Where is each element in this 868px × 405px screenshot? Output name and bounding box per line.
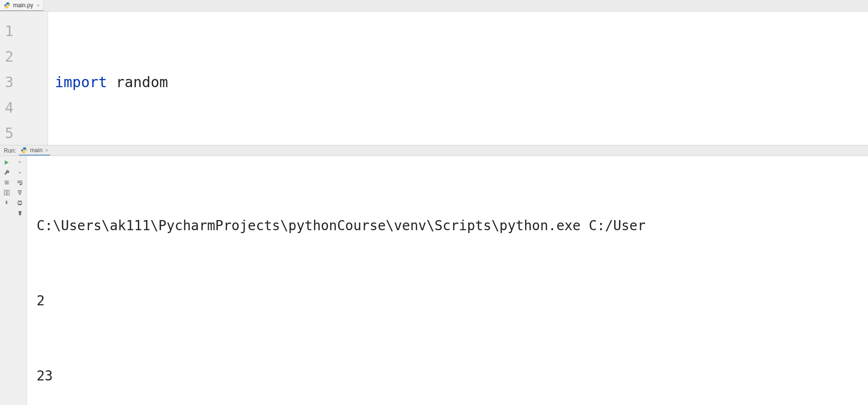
close-icon[interactable]: × bbox=[37, 2, 39, 8]
soft-wrap-icon[interactable] bbox=[15, 178, 25, 187]
keyword-import: import bbox=[55, 74, 107, 91]
trash-icon[interactable] bbox=[15, 209, 25, 217]
close-icon[interactable]: × bbox=[45, 147, 48, 153]
editor-tabs-bar: main.py × bbox=[0, 0, 868, 12]
wrench-icon[interactable] bbox=[2, 168, 12, 177]
print-icon[interactable] bbox=[15, 198, 25, 207]
run-tool-window: Run: main × bbox=[0, 145, 868, 405]
console-output-line: 2 bbox=[37, 288, 863, 314]
ide-window: main.py × 1 2 3 4 5 import random print(… bbox=[0, 0, 868, 405]
run-tab-main[interactable]: main × bbox=[19, 145, 50, 156]
scroll-to-end-icon[interactable] bbox=[15, 188, 25, 197]
line-number: 4 bbox=[0, 95, 48, 120]
svg-rect-0 bbox=[5, 181, 9, 184]
line-number: 5 bbox=[0, 120, 48, 146]
run-toolbar bbox=[0, 156, 27, 405]
line-number: 2 bbox=[0, 44, 48, 69]
line-gutter: 1 2 3 4 5 bbox=[0, 12, 48, 145]
svg-rect-5 bbox=[18, 204, 21, 205]
layout-icon[interactable] bbox=[2, 188, 12, 197]
rerun-icon[interactable] bbox=[2, 158, 12, 167]
code-editor[interactable]: 1 2 3 4 5 import random print(random.ran… bbox=[0, 12, 868, 145]
line-number: 1 bbox=[0, 18, 48, 44]
code-content[interactable]: import random print(random.randint(1, 10… bbox=[48, 12, 868, 145]
line-number: 3 bbox=[0, 69, 48, 95]
run-tab-name: main bbox=[30, 147, 42, 154]
run-header: Run: main × bbox=[0, 145, 868, 156]
console-output-line: 23 bbox=[37, 364, 863, 389]
svg-rect-4 bbox=[18, 201, 21, 202]
python-file-icon bbox=[4, 2, 11, 9]
console-output[interactable]: C:\Users\ak111\PycharmProjects\pythonCou… bbox=[27, 156, 868, 405]
editor-tab-main-py[interactable]: main.py × bbox=[0, 0, 44, 11]
svg-rect-1 bbox=[4, 190, 6, 195]
python-icon bbox=[21, 147, 27, 154]
stop-icon[interactable] bbox=[2, 178, 12, 187]
editor-tab-filename: main.py bbox=[13, 2, 33, 9]
run-body: C:\Users\ak111\PycharmProjects\pythonCou… bbox=[0, 156, 868, 405]
svg-rect-2 bbox=[7, 190, 9, 195]
up-arrow-icon[interactable] bbox=[15, 158, 25, 167]
pin-icon[interactable] bbox=[2, 198, 12, 207]
module-name: random bbox=[116, 74, 168, 91]
console-command-line: C:\Users\ak111\PycharmProjects\pythonCou… bbox=[37, 213, 863, 238]
run-header-label: Run: bbox=[4, 147, 16, 154]
down-arrow-icon[interactable] bbox=[15, 168, 25, 177]
